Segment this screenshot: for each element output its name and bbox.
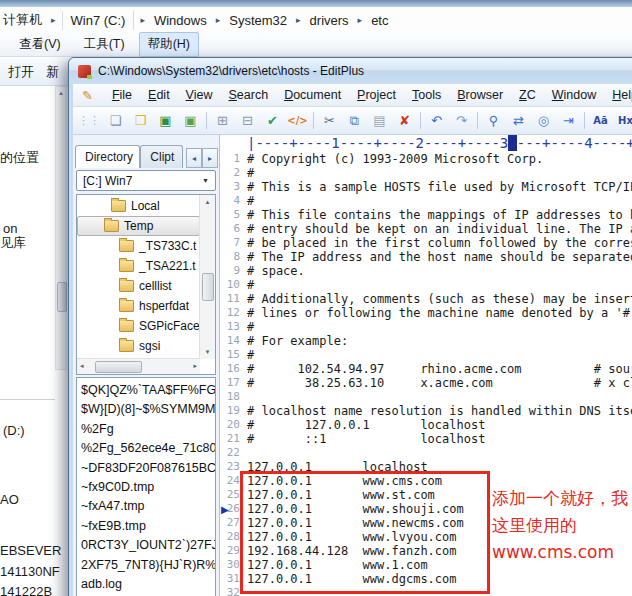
tree-item[interactable]: Temp <box>77 216 200 236</box>
breadcrumb-item[interactable]: System32 ▸ <box>226 11 306 30</box>
tree-item[interactable]: _TS733C.t <box>77 236 200 256</box>
drive-selector[interactable]: [C:] Win7 ▼ <box>76 170 216 191</box>
menu-item[interactable]: ZC <box>511 86 544 104</box>
menu-item[interactable]: Tools <box>404 86 449 104</box>
tab-cliptext[interactable]: Clipt <box>140 145 183 168</box>
editor-line: 6 # entry should be kept on an individua… <box>220 222 632 236</box>
file-list-item[interactable]: 0RCT3Y_IOUNT2`)27FJ9 <box>81 536 215 555</box>
editor-line: 15 # <box>220 348 632 362</box>
font-size-icon[interactable]: Aā <box>589 109 612 132</box>
scroll-up-icon[interactable]: ▴ <box>200 198 215 206</box>
folder-icon <box>119 240 134 252</box>
editor-line: 5 # This file contains the mappings of I… <box>220 208 632 222</box>
editor-line: 9 # space. <box>220 264 632 278</box>
undo-icon[interactable]: ↶ <box>425 109 448 132</box>
file-list-item[interactable]: 2XF75_7NT8){HJ`R)R%9 <box>81 556 215 575</box>
goto-line-icon[interactable]: ⇥ <box>557 109 580 132</box>
menu-item[interactable]: Browser <box>449 86 511 104</box>
tree-item[interactable]: _TSA221.t <box>77 256 200 276</box>
menu-item[interactable]: Search <box>221 86 277 104</box>
explorer-menu-item[interactable]: 工具(T) <box>75 32 134 57</box>
scrollbar-thumb[interactable] <box>202 273 214 301</box>
scroll-left-icon[interactable]: ◂ <box>80 362 84 370</box>
tab-scroll-left-icon[interactable]: ◂ <box>186 148 202 168</box>
find-icon[interactable]: ⚲ <box>482 109 505 132</box>
tree-horizontal-scrollbar[interactable]: ◂ ▸ <box>77 358 200 374</box>
save-all-icon[interactable]: ▣ <box>179 109 202 132</box>
new-document-icon[interactable]: ❏ <box>104 109 127 132</box>
tab-scroll-right-icon[interactable]: ▸ <box>202 148 218 168</box>
spell-check-icon[interactable]: ✔ <box>261 109 284 132</box>
folder-icon <box>119 340 134 352</box>
file-list-item[interactable]: $QK]QZ%`TAA$FF%FGIF <box>81 381 215 400</box>
menu-item[interactable]: Help <box>604 86 632 104</box>
new-button[interactable]: 新 <box>46 63 59 81</box>
tab-directory[interactable]: Directory <box>75 145 140 168</box>
scrollbar-thumb[interactable] <box>95 361 142 373</box>
tree-item[interactable]: hsperfdat <box>77 296 200 316</box>
annotation-line: 添加一个就好，我 <box>492 485 628 512</box>
tree-item[interactable]: celllist <box>77 276 200 296</box>
print-preview-icon[interactable]: ⊞ <box>211 109 234 132</box>
file-list-item[interactable]: ~fxA47.tmp <box>81 497 215 516</box>
scroll-right-icon[interactable]: ▸ <box>193 362 197 370</box>
panel-tabs: Directory Clipt ◂ ▸ <box>75 142 218 168</box>
tree-item[interactable]: sgsi <box>77 336 200 356</box>
menu-item[interactable]: Project <box>349 86 404 104</box>
menu-item[interactable]: Document <box>276 86 349 104</box>
folder-icon <box>119 260 134 272</box>
file-list-item[interactable]: ~fxE9B.tmp <box>81 517 215 536</box>
folder-tree: Local Temp _TS733C.t <box>76 194 216 375</box>
tree-item[interactable]: Local <box>77 196 200 216</box>
file-list-item[interactable]: %2Fg_562ece4e_71c800 <box>81 439 215 458</box>
explorer-scrollbar[interactable]: ▴ <box>55 86 67 370</box>
scrollbar-thumb[interactable] <box>57 282 67 312</box>
redo-icon[interactable]: ↷ <box>450 109 473 132</box>
cut-icon[interactable]: ✂ <box>318 109 341 132</box>
breadcrumb-arrow-icon: ▸ <box>352 15 369 25</box>
editor-line: 20 # 127.0.0.1 localhost <box>220 418 632 432</box>
menu-item[interactable]: Edit <box>140 86 178 104</box>
replace-icon[interactable]: ⇄ <box>507 109 530 132</box>
save-icon[interactable]: ▣ <box>154 109 177 132</box>
scroll-down-icon[interactable]: ▾ <box>200 348 215 356</box>
breadcrumb: 计算机 ▸ Win7 (C:) ▸ Windows ▸ System32 ▸ d… <box>0 7 632 34</box>
tree-vertical-scrollbar[interactable]: ▴ ▾ <box>199 195 215 359</box>
breadcrumb-item[interactable]: etc ▸ <box>368 11 391 30</box>
breadcrumb-item[interactable]: drivers ▸ <box>307 11 369 30</box>
open-button[interactable]: 打开 <box>8 63 34 81</box>
menu-item[interactable]: Window <box>544 86 604 104</box>
editor-area[interactable]: |----+----1----+----2----+----3----+----… <box>219 135 632 596</box>
toolbar-grip[interactable]: ⋮⋮ <box>78 114 100 127</box>
file-list: $QK]QZ%`TAA$FF%FGIF $W}[D)(8]~$%SYMM9M %… <box>76 377 216 596</box>
scroll-up-icon[interactable]: ▴ <box>56 89 66 97</box>
print-icon[interactable]: ⊟ <box>236 109 259 132</box>
breadcrumb-item[interactable]: Windows ▸ <box>151 11 226 30</box>
editor-line: 18 <box>220 390 632 404</box>
window-title: C:\Windows\System32\drivers\etc\hosts - … <box>98 64 364 78</box>
hex-view-icon[interactable]: Hx <box>614 109 632 132</box>
folder-tree-rows: Local Temp _TS733C.t <box>77 196 200 359</box>
menu-item[interactable]: View <box>178 86 221 104</box>
breadcrumb-item[interactable]: Win7 (C:) ▸ <box>62 11 151 30</box>
explorer-menu-item[interactable]: 查看(V) <box>10 32 70 57</box>
html-code-icon[interactable]: </> <box>286 109 309 132</box>
annotation-line: 这里使用的 <box>492 512 628 539</box>
paste-icon[interactable]: ▤ <box>368 109 391 132</box>
file-list-item[interactable]: %2Fg <box>81 420 215 439</box>
file-list-item[interactable]: $W}[D)(8]~$%SYMM9M <box>81 400 215 419</box>
file-list-item[interactable]: ~DF83DF20F087615BC4 <box>81 459 215 478</box>
delete-icon[interactable]: ✘ <box>393 109 416 132</box>
file-list-item[interactable]: ~fx9C0D.tmp <box>81 478 215 497</box>
file-list-item[interactable]: adb.log <box>81 575 215 594</box>
explorer-menu-item[interactable]: 帮助(H) <box>139 32 199 57</box>
menu-item[interactable]: File <box>104 86 140 104</box>
copy-icon[interactable]: ⧉ <box>343 109 366 132</box>
chevron-down-icon: ▼ <box>202 177 209 184</box>
tree-item[interactable]: SGPicFace <box>77 316 200 336</box>
breadcrumb-item[interactable]: 计算机 ▸ <box>0 9 62 31</box>
titlebar[interactable]: C:\Windows\System32\drivers\etc\hosts - … <box>69 58 632 84</box>
find-in-files-icon[interactable]: ◎ <box>532 109 555 132</box>
open-folder-icon[interactable]: ❒ <box>129 109 152 132</box>
main-area: Directory Clipt ◂ ▸ [C:] Win7 ▼ <box>73 135 632 596</box>
